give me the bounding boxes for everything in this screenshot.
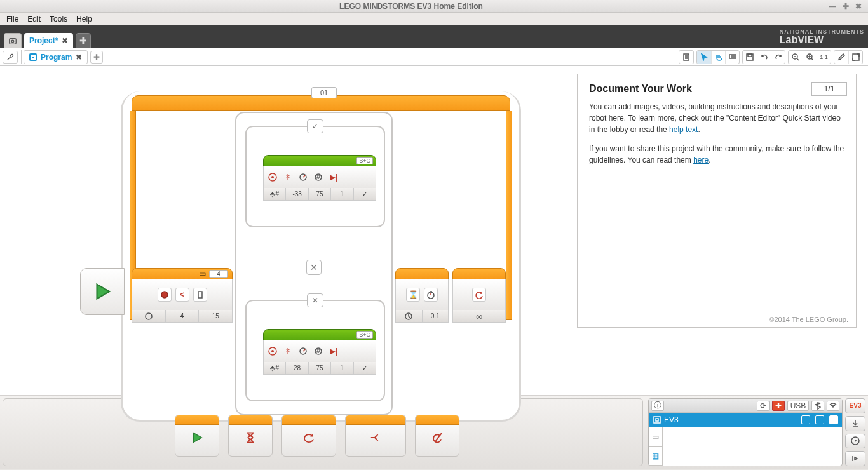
palette-item-loop[interactable] xyxy=(281,415,336,457)
pointer-tool-button[interactable] xyxy=(697,51,711,64)
project-tab-close[interactable]: ✖ xyxy=(62,36,68,45)
mode-cell[interactable]: ⬘# xyxy=(264,362,286,374)
play-circle-icon xyxy=(851,436,860,445)
loop-name-field[interactable]: 01 xyxy=(311,87,337,98)
play-bracket-icon xyxy=(851,454,860,463)
brake-cell[interactable]: ✓ xyxy=(354,362,376,374)
steering-cell[interactable]: 28 xyxy=(286,362,308,374)
comment-tool-button[interactable] xyxy=(725,51,739,64)
zoom-in-button[interactable] xyxy=(803,51,817,64)
run-selected-button[interactable] xyxy=(845,451,865,466)
svg-rect-3 xyxy=(729,55,736,58)
lobby-button[interactable] xyxy=(4,33,22,48)
zoom-out-icon xyxy=(792,53,799,61)
switch-case-false[interactable]: ✕ B+C ↟ # ▶| ⬘# 28 75 1 ✓ xyxy=(245,300,385,401)
threshold-icon xyxy=(193,288,207,302)
guidelines-link[interactable]: here xyxy=(693,156,709,164)
zoom-reset-button[interactable]: 1:1 xyxy=(817,51,831,64)
program-tab-close[interactable]: ✖ xyxy=(76,53,82,62)
redo-button[interactable] xyxy=(771,51,785,64)
case-true-tag[interactable]: ✓ xyxy=(307,119,323,133)
window-minimize-button[interactable]: — xyxy=(829,2,836,11)
menu-tools[interactable]: Tools xyxy=(50,15,67,24)
svg-rect-10 xyxy=(198,292,202,298)
zoom-out-button[interactable] xyxy=(789,51,803,64)
run-button[interactable] xyxy=(845,434,865,449)
undo-button[interactable] xyxy=(757,51,771,64)
hand-icon xyxy=(715,53,722,61)
pan-tool-button[interactable] xyxy=(711,51,725,64)
move-steering-block-true[interactable]: B+C ↟ # ▶| ⬘# -33 75 1 ✓ xyxy=(263,155,376,201)
loop-end-block[interactable]: ∞ xyxy=(452,268,506,323)
brick-status-button[interactable]: EV3 xyxy=(845,398,865,413)
menu-file[interactable]: File xyxy=(6,15,18,24)
save-button[interactable] xyxy=(743,51,757,64)
switch-compare-cell[interactable]: 4 xyxy=(166,310,200,322)
brick-conn-wifi[interactable] xyxy=(827,401,839,411)
switch-block-header[interactable]: ▭4 < 4 15 xyxy=(132,268,233,323)
download-button[interactable] xyxy=(845,416,865,431)
wait-block[interactable]: ⌛ 0.1 xyxy=(395,268,449,323)
project-properties-button[interactable] xyxy=(3,51,18,64)
motor-port-field[interactable]: B+C xyxy=(356,331,373,339)
program-tab-label: Program xyxy=(41,53,72,62)
brick-conn-usb[interactable]: USB xyxy=(787,401,809,411)
switch-mode-cell[interactable] xyxy=(132,310,166,322)
palette-item-loop-interrupt[interactable] xyxy=(415,415,459,457)
palette-item-switch[interactable] xyxy=(345,415,406,457)
window-close-button[interactable]: ✖ xyxy=(855,2,862,11)
power-cell[interactable]: 75 xyxy=(309,188,331,200)
switch-port-field[interactable]: 4 xyxy=(209,270,228,278)
brick-device-row[interactable]: EV3 xyxy=(649,413,842,427)
start-block[interactable] xyxy=(80,268,125,315)
case-false-tag[interactable]: ✕ xyxy=(307,293,323,307)
switch-case-true[interactable]: ✓ B+C ↟ # ▶| ⬘# -33 75 1 ✓ xyxy=(245,126,385,227)
svg-point-9 xyxy=(161,292,168,298)
wait-mode-cell[interactable] xyxy=(396,310,423,322)
menu-help[interactable]: Help xyxy=(76,15,92,24)
brick-conn-bluetooth[interactable] xyxy=(811,401,824,411)
rotations-cell[interactable]: 1 xyxy=(331,188,353,200)
open-content-button[interactable] xyxy=(679,51,693,64)
project-tab[interactable]: Project* ✖ xyxy=(24,33,73,48)
window-maximize-button[interactable]: ✚ xyxy=(843,2,849,11)
brick-refresh-button[interactable]: ⟳ xyxy=(757,401,770,411)
palette-item-wait[interactable] xyxy=(228,415,273,457)
svg-rect-0 xyxy=(10,38,17,44)
brick-disconnect-button[interactable]: ✚ xyxy=(772,401,785,411)
switch-block[interactable]: ✓ B+C ↟ # ▶| ⬘# -33 75 1 ✓ xyxy=(235,112,393,415)
brick-info-button[interactable]: ⓘ xyxy=(651,401,664,411)
switch-add-case-button[interactable]: ✕ xyxy=(306,260,322,275)
direction-icon: ↟ xyxy=(281,171,294,184)
help-text-link[interactable]: help text xyxy=(669,125,698,134)
loop-condition-cell[interactable]: ∞ xyxy=(453,310,505,322)
add-program-button[interactable]: ✚ xyxy=(90,51,103,64)
document-icon xyxy=(682,53,690,61)
doc-paragraph-1: You can add images, videos, building ins… xyxy=(589,101,844,135)
steering-cell[interactable]: -33 xyxy=(286,188,308,200)
brick-view-info[interactable]: ▭ xyxy=(649,427,662,446)
wait-seconds-cell[interactable]: 0.1 xyxy=(423,310,449,322)
page-counter[interactable]: 1/1 xyxy=(811,82,847,96)
move-steering-block-false[interactable]: B+C ↟ # ▶| ⬘# 28 75 1 ✓ xyxy=(263,329,376,375)
save-icon xyxy=(746,53,754,61)
brick-view-ports[interactable]: ▦ xyxy=(649,446,662,466)
direction-icon: ↟ xyxy=(281,345,294,358)
power-cell[interactable]: 75 xyxy=(309,362,331,374)
brick-wifi-checkbox[interactable] xyxy=(829,415,838,424)
switch-threshold-cell[interactable]: 15 xyxy=(199,310,232,322)
add-project-button[interactable]: ✚ xyxy=(76,33,91,48)
program-tab[interactable]: Program ✖ xyxy=(24,50,88,64)
toggle-docpanel-button[interactable] xyxy=(848,51,862,64)
palette-item-start[interactable] xyxy=(175,415,219,457)
mode-cell[interactable]: ⬘# xyxy=(264,188,286,200)
motor-port-field[interactable]: B+C xyxy=(356,157,373,164)
rotations-cell[interactable]: 1 xyxy=(331,362,353,374)
brake-cell[interactable]: ✓ xyxy=(354,188,376,200)
brick-bt-checkbox[interactable] xyxy=(815,415,824,424)
edit-mode-button[interactable] xyxy=(834,51,848,64)
brick-usb-checkbox[interactable] xyxy=(801,415,810,424)
comment-icon xyxy=(729,53,736,61)
menu-edit[interactable]: Edit xyxy=(27,15,41,24)
brick-connection-panel: ⓘ ⟳ ✚ USB EV3 ▭ ▦ xyxy=(648,398,843,466)
